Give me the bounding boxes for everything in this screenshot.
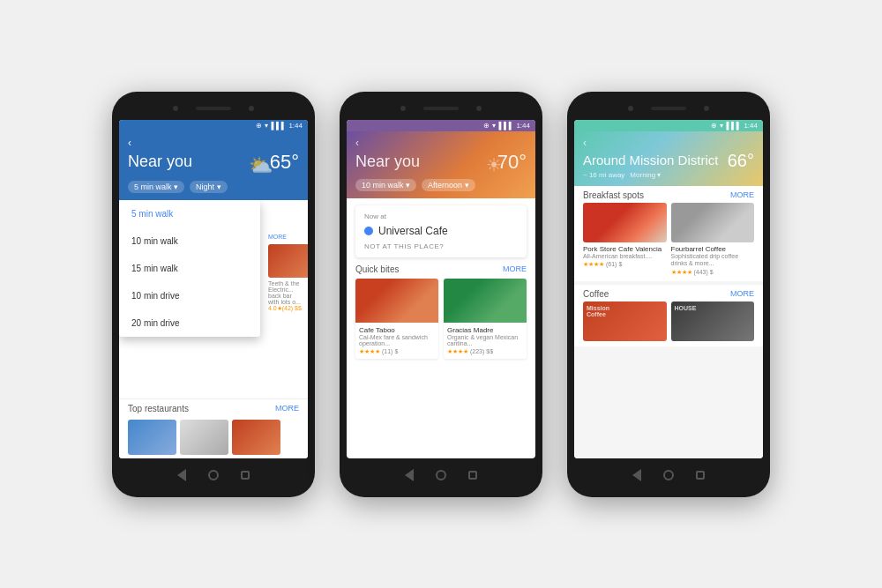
camera-dot-5: [628, 106, 633, 111]
nav-back-btn-1[interactable]: [174, 467, 190, 483]
wifi-icon-2: ▾: [492, 122, 496, 130]
walk-dropdown[interactable]: 5 min walk 10 min walk 15 min walk 10 mi…: [119, 200, 260, 337]
breakfast-header: Breakfast spots MORE: [574, 186, 763, 203]
qb-card-0[interactable]: Cafe Taboo Cal-Mex fare & sandwich opera…: [355, 279, 438, 359]
breakfast-title: Breakfast spots: [583, 190, 644, 200]
now-at-name[interactable]: Universal Cafe: [378, 225, 448, 237]
breakfast-cards: Pork Store Cafe Valencia All-American br…: [574, 203, 763, 281]
phone-1: ⊕ ▾ ▌▌▌ 1:44 ‹ Near you ⛅ 65° 5 min walk…: [112, 92, 315, 497]
phone3-content: Breakfast spots MORE Pork Store Cafe Val…: [574, 186, 763, 458]
phone1-content: E... Mission MORE 5 min walk 10 min walk…: [119, 200, 308, 458]
phone-2: ⊕ ▾ ▌▌▌ 1:44 ‹ Near you ☀ 70° 10 min wal…: [340, 92, 542, 497]
price-0: $: [394, 348, 398, 354]
stars-1: ★★★★: [447, 348, 468, 354]
stars-0: ★★★★: [359, 348, 380, 354]
qb-more[interactable]: MORE: [503, 264, 527, 273]
side-rating-1: 4.0★(42) $$: [265, 305, 308, 312]
phone-bottom-bar-2: [347, 462, 535, 488]
phone1-filters: 5 min walk ▾ Night ▾: [128, 181, 299, 193]
fourbar-rating: ★★★★ (443) $: [671, 269, 755, 276]
nav-home-btn-3[interactable]: [661, 467, 676, 483]
count-0: (11): [382, 348, 392, 354]
camera-dot-3: [400, 106, 406, 111]
signal-icon: ▌▌▌: [271, 122, 286, 130]
phones-container: ⊕ ▾ ▌▌▌ 1:44 ‹ Near you ⛅ 65° 5 min walk…: [112, 92, 770, 497]
dropdown-item-1[interactable]: 10 min walk: [119, 227, 260, 255]
pork-img: [583, 203, 667, 242]
back-arrow-3[interactable]: ‹: [583, 137, 754, 149]
phone-top-bar-3: [574, 100, 763, 116]
phone-bottom-bar-3: [574, 462, 763, 488]
qb-name-1: Gracias Madre: [447, 326, 523, 334]
nav-home-btn-1[interactable]: [206, 467, 221, 483]
phone3-title: Around Mission District: [583, 153, 718, 167]
phone3-sub-filters: ~ 16 mi away Morning ▾: [583, 171, 754, 179]
qb-card-1[interactable]: Gracias Madre Organic & vegan Mexican ca…: [444, 279, 527, 359]
back-arrow-2[interactable]: ‹: [355, 137, 527, 149]
breakfast-more[interactable]: MORE: [730, 190, 754, 200]
phone-top-bar-2: [347, 100, 535, 116]
top-rest-more[interactable]: MORE: [275, 404, 299, 413]
speaker-bar: [196, 107, 231, 110]
phone2-temp: 70°: [497, 151, 527, 174]
qb-img-1: [444, 279, 527, 323]
dropdown-item-2[interactable]: 15 min walk: [119, 255, 260, 282]
qb-grid: Cafe Taboo Cal-Mex fare & sandwich opera…: [355, 279, 527, 359]
mini-thumbs-1: [119, 416, 308, 458]
qb-title: Quick bites: [355, 264, 399, 274]
mini-thumb-3: [232, 420, 280, 455]
camera-dot-2: [249, 106, 254, 111]
qb-rating-0: ★★★★ (11) $: [359, 348, 435, 355]
phone2-title: Near you: [355, 153, 420, 171]
now-at-place: Universal Cafe: [364, 225, 518, 237]
dropdown-item-3[interactable]: 10 min drive: [119, 282, 260, 309]
qb-header: Quick bites MORE: [355, 264, 527, 274]
filter-walk-2[interactable]: 10 min walk ▾: [355, 179, 416, 191]
not-here-btn[interactable]: NOT AT THIS PLACE?: [364, 242, 518, 250]
nav-recent-btn-2[interactable]: [465, 467, 481, 483]
mini-thumb-2: [180, 420, 228, 455]
breakfast-section: Breakfast spots MORE Pork Store Cafe Val…: [574, 186, 763, 281]
nav-recent-btn-1[interactable]: [237, 467, 253, 483]
dropdown-item-0[interactable]: 5 min walk: [119, 200, 260, 227]
speaker-bar-3: [651, 107, 686, 110]
filter-night-1[interactable]: Night ▾: [190, 181, 228, 193]
coffee-more[interactable]: MORE: [730, 289, 754, 299]
p3-card-fourbar[interactable]: Fourbarrel Coffee Sophisticated drip cof…: [671, 203, 755, 276]
pork-desc: All-American breakfast....: [583, 253, 667, 260]
qb-info-0: Cafe Taboo Cal-Mex fare & sandwich opera…: [355, 323, 438, 359]
camera-dot-6: [704, 106, 709, 111]
pork-stars: ★★★★: [583, 261, 604, 267]
pork-name: Pork Store Cafe Valencia: [583, 245, 667, 254]
nav-home-btn-2[interactable]: [433, 467, 449, 483]
fourbar-name: Fourbarrel Coffee: [671, 245, 755, 254]
nav-recent-btn-3[interactable]: [692, 467, 708, 483]
filter-distance-3: ~ 16 mi away: [583, 171, 624, 179]
coffee-label-2: HOUSE: [671, 301, 755, 315]
location-icon-2: ⊕: [483, 122, 490, 130]
fourbar-desc: Sophisticated drip coffee drinks & more.…: [671, 253, 755, 268]
mini-thumb-1: [128, 420, 176, 455]
filter-afternoon-2[interactable]: Afternoon ▾: [422, 179, 475, 191]
status-bar-2: ⊕ ▾ ▌▌▌ 1:44: [347, 120, 535, 131]
p3-card-pork[interactable]: Pork Store Cafe Valencia All-American br…: [583, 203, 667, 276]
coffee-title: Coffee: [583, 289, 609, 299]
camera-dot-4: [476, 106, 482, 111]
signal-icon-3: ▌▌▌: [726, 122, 741, 130]
fourbar-img: [671, 203, 755, 242]
nav-back-btn-2[interactable]: [401, 467, 417, 483]
nav-back-btn-3[interactable]: [629, 467, 645, 483]
back-arrow-1[interactable]: ‹: [128, 137, 299, 149]
phone-bottom-bar-1: [119, 462, 308, 488]
count-1: (223): [470, 348, 484, 354]
time-2: 1:44: [516, 122, 530, 130]
location-icon-3: ⊕: [711, 122, 717, 130]
more-link-1[interactable]: MORE: [265, 232, 308, 242]
qb-name-0: Cafe Taboo: [359, 326, 435, 334]
phone2-filters: 10 min walk ▾ Afternoon ▾: [355, 179, 527, 191]
filter-walk-1[interactable]: 5 min walk ▾: [128, 181, 184, 193]
top-rest-header: Top restaurants MORE: [119, 399, 308, 416]
side-thumb-1: [268, 244, 308, 278]
filter-morning-3[interactable]: Morning ▾: [630, 171, 661, 179]
dropdown-item-4[interactable]: 20 min drive: [119, 309, 260, 337]
